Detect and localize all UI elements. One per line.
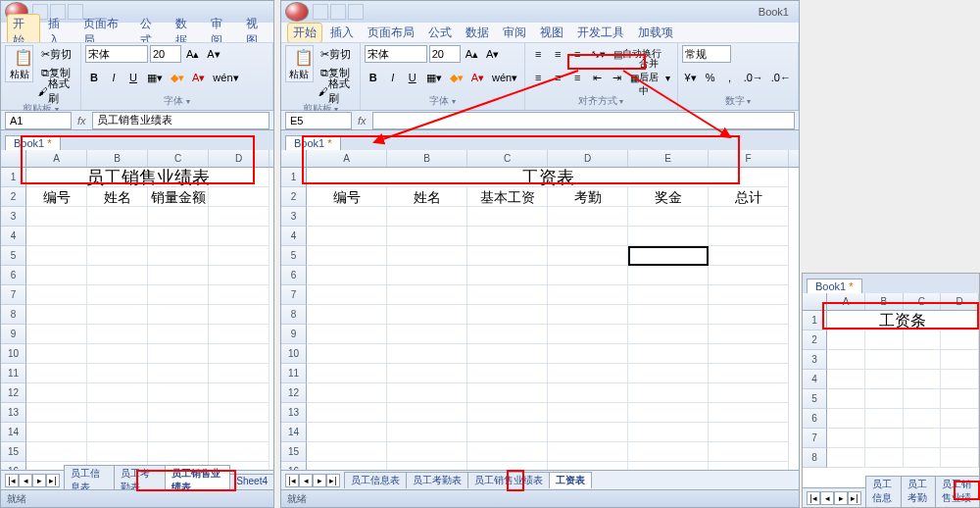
row-header-8[interactable]: 8: [281, 305, 307, 325]
cell-C2[interactable]: 销量金额: [148, 187, 209, 207]
fx-icon[interactable]: fx: [352, 115, 372, 127]
cell-E6[interactable]: [628, 266, 709, 285]
cell-C3[interactable]: [148, 207, 209, 227]
col-header-B[interactable]: B: [387, 150, 467, 167]
qat-undo-icon[interactable]: [330, 4, 346, 20]
cell-B2[interactable]: [865, 330, 904, 350]
cell-B11[interactable]: [87, 364, 148, 383]
cell-A12[interactable]: [26, 383, 87, 403]
align-left-icon[interactable]: ≡: [529, 69, 547, 86]
cell-A13[interactable]: [307, 403, 387, 423]
cell-A1[interactable]: 工资表: [307, 168, 789, 187]
cell-E4[interactable]: [628, 227, 709, 246]
font-size-select[interactable]: [429, 45, 461, 63]
cell-B5[interactable]: [387, 246, 467, 266]
row-header-2[interactable]: 2: [803, 330, 827, 350]
cell-C9[interactable]: [467, 325, 548, 344]
worksheet-grid[interactable]: ABCD 1员工销售业绩表2编号姓名销量金额345678910111213141…: [1, 150, 273, 470]
qat-redo-icon[interactable]: [348, 4, 364, 20]
menu-页面布局[interactable]: 页面布局: [362, 23, 420, 43]
cell-E10[interactable]: [628, 344, 709, 364]
row-header-8[interactable]: 8: [803, 448, 827, 468]
increase-font-icon[interactable]: A▴: [183, 45, 202, 63]
sheet-nav-button[interactable]: ▸: [834, 491, 848, 505]
cell-C10[interactable]: [148, 344, 209, 364]
font-color-button[interactable]: A▾: [189, 69, 208, 86]
row-header-10[interactable]: 10: [1, 344, 26, 364]
row-header-9[interactable]: 9: [1, 325, 26, 344]
cell-A15[interactable]: [307, 442, 387, 462]
cell-B13[interactable]: [87, 403, 148, 423]
sheet-tab-Sheet4[interactable]: Sheet4: [229, 474, 274, 487]
cell-B4[interactable]: [865, 370, 904, 389]
sheet-nav-button[interactable]: ▸|: [848, 491, 861, 505]
menu-视图[interactable]: 视图: [534, 23, 569, 43]
format-painter-button[interactable]: 格式刷: [316, 82, 356, 100]
cell-A4[interactable]: [26, 227, 87, 246]
orientation-icon[interactable]: ⤡▾: [588, 45, 609, 63]
row-header-13[interactable]: 13: [1, 403, 26, 423]
cell-B12[interactable]: [387, 383, 467, 403]
cell-D14[interactable]: [209, 423, 270, 442]
cell-B2[interactable]: 姓名: [87, 187, 148, 207]
name-box[interactable]: A1: [5, 112, 72, 129]
menu-开发工具[interactable]: 开发工具: [571, 23, 630, 43]
row-header-3[interactable]: 3: [1, 207, 26, 227]
cell-A12[interactable]: [307, 383, 387, 403]
menu-数据[interactable]: 数据: [460, 23, 495, 43]
row-header-11[interactable]: 11: [1, 364, 26, 383]
cell-B10[interactable]: [387, 344, 467, 364]
cell-A7[interactable]: [827, 429, 865, 448]
cell-D4[interactable]: [941, 370, 979, 389]
cell-B11[interactable]: [387, 364, 467, 383]
cell-D12[interactable]: [548, 383, 628, 403]
col-header-B[interactable]: B: [865, 293, 904, 310]
cell-C8[interactable]: [148, 305, 209, 325]
cell-F9[interactable]: [709, 325, 789, 344]
cell-A5[interactable]: [827, 389, 865, 409]
cell-C2[interactable]: 基本工资: [467, 187, 548, 207]
cell-C7[interactable]: [148, 285, 209, 305]
paste-button[interactable]: 粘贴: [5, 45, 33, 82]
cell-D11[interactable]: [548, 364, 628, 383]
row-header-4[interactable]: 4: [281, 227, 307, 246]
cell-D4[interactable]: [548, 227, 628, 246]
cell-F13[interactable]: [709, 403, 789, 423]
row-header-13[interactable]: 13: [281, 403, 307, 423]
cell-A3[interactable]: [827, 350, 865, 370]
phonetic-button[interactable]: wén▾: [210, 69, 241, 86]
cell-E3[interactable]: [628, 207, 709, 227]
cell-A14[interactable]: [26, 423, 87, 442]
row-header-9[interactable]: 9: [281, 325, 307, 344]
cell-A13[interactable]: [26, 403, 87, 423]
cell-D7[interactable]: [209, 285, 270, 305]
cell-A1[interactable]: 工资条: [827, 311, 979, 330]
cell-A16[interactable]: [307, 462, 387, 470]
cell-A10[interactable]: [26, 344, 87, 364]
cell-E8[interactable]: [628, 305, 709, 325]
cell-C4[interactable]: [467, 227, 548, 246]
merge-center-button[interactable]: ▦ 合并后居中 ▾: [627, 69, 672, 86]
cell-C11[interactable]: [467, 364, 548, 383]
sheet-tab-员工信息表[interactable]: 员工信息表: [344, 472, 407, 488]
cell-C16[interactable]: [467, 462, 548, 470]
sheet-tab-员工考勤表[interactable]: 员工考勤表: [901, 476, 937, 508]
sheet-nav-button[interactable]: ▸: [313, 474, 326, 487]
cell-E7[interactable]: [628, 285, 709, 305]
cell-B8[interactable]: [865, 448, 904, 468]
cell-C6[interactable]: [467, 266, 548, 285]
row-header-7[interactable]: 7: [803, 429, 827, 448]
menu-加载项[interactable]: 加载项: [632, 23, 679, 43]
col-header-F[interactable]: F: [709, 150, 789, 167]
sheet-tab-员工信息表[interactable]: 员工信息表: [865, 476, 902, 508]
menu-开始[interactable]: 开始: [287, 23, 322, 43]
cell-E13[interactable]: [628, 403, 709, 423]
cell-D5[interactable]: [209, 246, 270, 266]
row-header-4[interactable]: 4: [1, 227, 26, 246]
row-header-1[interactable]: 1: [281, 168, 307, 187]
cell-F10[interactable]: [709, 344, 789, 364]
row-header-2[interactable]: 2: [281, 187, 307, 207]
phonetic-button[interactable]: wén▾: [489, 69, 520, 86]
cell-D12[interactable]: [209, 383, 270, 403]
worksheet-grid[interactable]: ABCDEF 1工资表2编号姓名基本工资考勤奖金总计34567891011121…: [281, 150, 799, 470]
